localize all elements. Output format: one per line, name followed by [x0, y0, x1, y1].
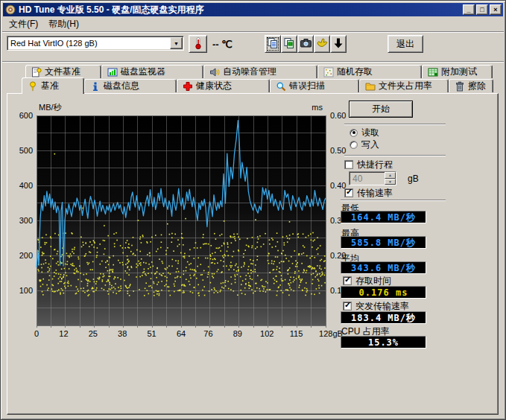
tab-disk-info[interactable]: 磁盘信息 — [84, 79, 177, 92]
svg-text:89: 89 — [233, 329, 242, 338]
menu-help[interactable]: 帮助(H) — [43, 16, 84, 32]
random-access-icon — [323, 67, 334, 77]
toolbar-top-divider — [2, 31, 504, 33]
window-title: HD Tune 专业版 5.50 - 硬盘/固态硬盘实用程序 — [19, 4, 461, 16]
avg-speed-display: 343.6 MB/秒 — [341, 261, 426, 274]
spinner-down-button[interactable]: ▼ — [385, 179, 396, 185]
file-benchmark-icon — [31, 67, 42, 77]
close-button[interactable]: × — [490, 4, 502, 15]
write-radio[interactable]: 写入 — [350, 139, 379, 150]
disk-info-icon — [90, 81, 101, 92]
tab-label: 错误扫描 — [289, 80, 325, 92]
y-right-axis-title: ms — [311, 103, 323, 112]
svg-text:400: 400 — [19, 181, 33, 190]
copy-icon — [267, 37, 279, 51]
access-time-display: 0.176 ms — [341, 286, 426, 299]
copy-image-icon — [283, 37, 295, 51]
copy-button[interactable] — [265, 35, 281, 53]
start-button[interactable]: 开始 — [349, 101, 413, 118]
capacity-unit: gB — [408, 174, 419, 184]
thermometer-icon — [192, 36, 205, 52]
svg-text:102: 102 — [260, 329, 273, 338]
tab-label: 文件基准 — [45, 66, 80, 78]
tab-label: 随机存取 — [337, 66, 373, 78]
temperature-button[interactable] — [189, 35, 207, 53]
drive-select-value: Red Hat VirtIO (128 gB) — [7, 39, 170, 48]
drive-select[interactable]: Red Hat VirtIO (128 gB) ▼ — [7, 36, 184, 51]
tab-label: 磁盘信息 — [104, 80, 139, 92]
donate-button[interactable] — [314, 35, 330, 53]
read-radio[interactable]: 读取 — [350, 127, 379, 138]
radio-dot — [350, 129, 358, 137]
save-results-button[interactable] — [330, 35, 347, 53]
svg-text:128gB: 128gB — [319, 329, 343, 338]
transfer-rate-checkbox[interactable]: 传输速率 — [344, 188, 393, 198]
extra-tests-icon — [428, 67, 438, 77]
tab-file-benchmark[interactable]: 文件基准 — [25, 65, 101, 78]
benchmark-page: MB/秒ms6005004003002001000.600.500.400.30… — [7, 93, 499, 415]
tab-acoustic-management[interactable]: 自动噪音管理 — [203, 65, 317, 78]
svg-text:25: 25 — [89, 329, 98, 338]
camera-icon — [300, 37, 312, 51]
svg-text:300: 300 — [19, 216, 33, 225]
app-icon — [5, 4, 16, 15]
minimize-button[interactable]: _ — [463, 4, 475, 15]
divider — [341, 200, 446, 201]
max-speed-display: 585.8 MB/秒 — [341, 236, 426, 249]
app-window: HD Tune 专业版 5.50 - 硬盘/固态硬盘实用程序 _ □ × 文件(… — [0, 0, 506, 420]
folder-usage-icon — [365, 81, 376, 92]
tab-label: 自动噪音管理 — [223, 66, 276, 78]
checkbox — [344, 188, 353, 197]
erase-icon — [455, 81, 465, 92]
svg-text:0: 0 — [34, 329, 39, 338]
arrow-down-icon — [332, 37, 344, 51]
tab-random-access[interactable]: 随机存取 — [317, 65, 422, 78]
toolbar-button-group — [265, 35, 347, 53]
short-stroke-checkbox[interactable]: 快捷行程 — [344, 159, 393, 170]
svg-text:38: 38 — [118, 329, 127, 338]
maximize-button[interactable]: □ — [476, 4, 488, 15]
hands-icon — [316, 37, 329, 51]
menu-bar: 文件(F) 帮助(H) — [4, 17, 84, 31]
benchmark-chart: MB/秒ms6005004003002001000.600.500.400.30… — [7, 95, 355, 344]
access-time-checkbox[interactable]: 存取时间 — [343, 276, 391, 286]
burst-rate-checkbox[interactable]: 突发传输速率 — [343, 301, 409, 311]
benchmark-icon — [28, 81, 38, 92]
tab-label: 附加测试 — [441, 66, 477, 78]
disk-monitor-icon — [107, 67, 118, 77]
capacity-spinner[interactable]: 40 ▲ ▼ — [349, 171, 396, 185]
burst-rate-display: 183.4 MB/秒 — [341, 311, 426, 324]
tab-error-scan[interactable]: 错误扫描 — [270, 79, 359, 92]
tab-extra-tests[interactable]: 附加测试 — [422, 65, 493, 78]
svg-text:64: 64 — [177, 329, 186, 338]
svg-text:0.60: 0.60 — [330, 111, 346, 120]
copy-image-button[interactable] — [281, 35, 297, 53]
toolbar-bottom-divider — [2, 61, 504, 63]
capacity-value: 40 — [350, 174, 385, 184]
svg-text:200: 200 — [19, 251, 33, 260]
tab-label: 磁盘监视器 — [121, 66, 165, 78]
svg-text:51: 51 — [147, 329, 156, 338]
tab-erase[interactable]: 擦除 — [449, 79, 493, 92]
temperature-value: -- ℃ — [212, 39, 233, 50]
screenshot-button[interactable] — [297, 35, 314, 53]
tab-disk-monitor[interactable]: 磁盘监视器 — [101, 65, 203, 78]
tab-folder-usage[interactable]: 文件夹占用率 — [359, 79, 449, 92]
exit-button[interactable]: 退出 — [388, 35, 423, 53]
menu-file[interactable]: 文件(F) — [4, 16, 43, 32]
svg-text:600: 600 — [19, 111, 33, 120]
tab-row-front: 基准磁盘信息健康状态错误扫描文件夹占用率擦除 — [1, 79, 506, 93]
cpu-usage-display: 15.3% — [341, 336, 426, 349]
spinner-up-button[interactable]: ▲ — [385, 172, 396, 179]
svg-text:500: 500 — [19, 146, 33, 155]
checkbox — [343, 302, 352, 311]
min-speed-display: 164.4 MB/秒 — [341, 211, 426, 223]
tab-health[interactable]: 健康状态 — [177, 79, 270, 92]
error-scan-icon — [276, 81, 286, 92]
chevron-down-icon[interactable]: ▼ — [170, 37, 183, 49]
tab-benchmark[interactable]: 基准 — [22, 77, 84, 94]
checkbox — [344, 160, 353, 169]
divider — [344, 124, 446, 125]
tab-label: 基准 — [41, 80, 59, 92]
svg-text:115: 115 — [290, 329, 303, 338]
